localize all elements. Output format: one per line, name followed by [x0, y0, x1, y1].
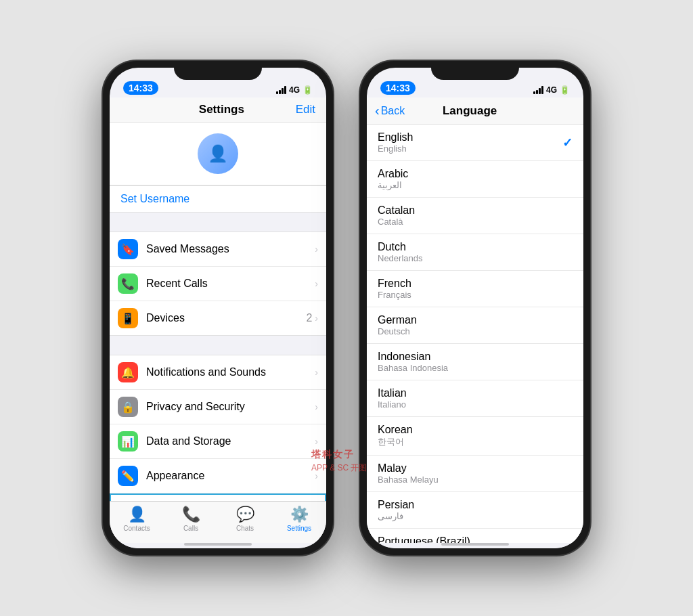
back-chevron-icon: ‹	[375, 103, 380, 118]
username-section[interactable]: Set Username	[110, 185, 326, 213]
settings-nav-bar: Settings Edit	[110, 97, 326, 123]
chevron-icon: ›	[315, 401, 318, 412]
recent-calls-label: Recent Calls	[146, 278, 315, 290]
lang-item-dutch[interactable]: Dutch Nederlands	[367, 234, 583, 271]
lang-native-german: Deutsch	[378, 326, 573, 336]
chevron-icon: ›	[315, 278, 318, 289]
edit-button[interactable]: Edit	[296, 103, 315, 116]
battery-icon: 🔋	[303, 85, 313, 95]
lang-item-persian[interactable]: Persian فارسی	[367, 492, 583, 529]
lang-name-indonesian: Indonesian	[378, 351, 573, 363]
signal-icon	[276, 86, 286, 94]
tab-chats[interactable]: 💬 Chats	[218, 506, 272, 532]
tab-calls[interactable]: 📞 Calls	[164, 506, 218, 532]
tab-settings[interactable]: ⚙️ Settings	[272, 506, 326, 532]
privacy-icon: 🔒	[118, 397, 138, 417]
calls-icon: 📞	[182, 506, 200, 523]
notifications-label: Notifications and Sounds	[146, 366, 315, 378]
language-nav-bar: ‹ Back Language	[367, 97, 583, 125]
lang-native-dutch: Nederlands	[378, 253, 573, 263]
set-username-link[interactable]: Set Username	[120, 193, 189, 204]
appearance-label: Appearance	[146, 470, 315, 482]
lang-item-english[interactable]: English English ✓	[367, 125, 583, 161]
data-label: Data and Storage	[146, 435, 315, 447]
chevron-icon: ›	[315, 436, 318, 447]
settings-scroll: 👤 Set Username 🔖 Saved Messages › 📞	[110, 123, 326, 501]
status-time: 14:33	[123, 81, 158, 95]
lang-item-arabic[interactable]: Arabic العربية	[367, 161, 583, 198]
tab-bar: 👤 Contacts 📞 Calls 💬 Chats ⚙️ Settings	[110, 501, 326, 543]
data-item[interactable]: 📊 Data and Storage ›	[110, 424, 326, 459]
network-label: 4G	[289, 85, 300, 95]
lang-item-german[interactable]: German Deutsch	[367, 307, 583, 344]
appearance-item[interactable]: ✏️ Appearance ›	[110, 459, 326, 493]
privacy-item[interactable]: 🔒 Privacy and Security ›	[110, 390, 326, 424]
network-label-2: 4G	[546, 85, 557, 95]
calls-label: Calls	[183, 525, 198, 532]
tab-contacts[interactable]: 👤 Contacts	[110, 506, 164, 532]
devices-value: 2	[306, 312, 312, 324]
contacts-label: Contacts	[123, 525, 150, 532]
lang-check-english: ✓	[562, 135, 573, 150]
settings-title: Settings	[199, 103, 244, 116]
saved-messages-item[interactable]: 🔖 Saved Messages ›	[110, 232, 326, 267]
home-indicator-2	[367, 543, 583, 548]
lang-name-italian: Italian	[378, 387, 573, 399]
lang-native-korean: 한국어	[378, 436, 573, 448]
phone-language: 14:33 4G 🔋 ‹ Back Language	[360, 61, 590, 555]
notifications-item[interactable]: 🔔 Notifications and Sounds ›	[110, 355, 326, 390]
signal-icon-2	[533, 86, 543, 94]
notch	[174, 61, 262, 80]
chats-label: Chats	[236, 525, 254, 532]
lang-native-english: English	[378, 144, 573, 154]
status-icons-2: 4G 🔋	[533, 85, 570, 95]
language-list: English English ✓ Arabic العربية Catalan…	[367, 125, 583, 543]
lang-item-italian[interactable]: Italian Italiano	[367, 380, 583, 417]
lang-name-catalan: Catalan	[378, 204, 573, 217]
chevron-icon: ›	[315, 470, 318, 481]
devices-icon: 📱	[118, 308, 138, 328]
back-label: Back	[381, 105, 405, 117]
lang-name-french: French	[378, 278, 573, 290]
lang-native-italian: Italiano	[378, 399, 573, 410]
lang-native-indonesian: Bahasa Indonesia	[378, 363, 573, 373]
lang-item-catalan[interactable]: Catalan Català	[367, 198, 583, 234]
chevron-icon: ›	[315, 313, 318, 324]
lang-name-dutch: Dutch	[378, 241, 573, 253]
lang-name-malay: Malay	[378, 462, 573, 475]
status-icons: 4G 🔋	[276, 85, 313, 95]
lang-name-arabic: Arabic	[378, 168, 573, 180]
lang-item-portuguese-brazil[interactable]: Portuguese (Brazil) Português (Brasil)	[367, 529, 583, 543]
appearance-icon: ✏️	[118, 466, 138, 486]
privacy-label: Privacy and Security	[146, 401, 315, 413]
lang-native-catalan: Català	[378, 217, 573, 227]
chats-icon: 💬	[236, 506, 254, 523]
language-item[interactable]: 🌐 Language English ›	[110, 493, 326, 501]
lang-item-french[interactable]: French Français	[367, 271, 583, 307]
saved-messages-label: Saved Messages	[146, 243, 315, 255]
lang-native-persian: فارسی	[378, 511, 573, 521]
lang-name-korean: Korean	[378, 424, 573, 436]
settings-label: Settings	[287, 525, 311, 532]
data-icon: 📊	[118, 431, 138, 452]
battery-icon-2: 🔋	[560, 85, 570, 95]
lang-item-malay[interactable]: Malay Bahasa Melayu	[367, 456, 583, 492]
chevron-icon: ›	[315, 244, 318, 255]
devices-label: Devices	[146, 312, 306, 324]
contacts-icon: 👤	[128, 506, 146, 523]
lang-item-indonesian[interactable]: Indonesian Bahasa Indonesia	[367, 344, 583, 380]
devices-item[interactable]: 📱 Devices 2 ›	[110, 301, 326, 335]
language-screen-title: Language	[405, 104, 535, 118]
recent-calls-icon: 📞	[118, 273, 138, 294]
lang-name-german: German	[378, 314, 573, 326]
recent-calls-item[interactable]: 📞 Recent Calls ›	[110, 267, 326, 301]
lang-native-french: Français	[378, 290, 573, 300]
home-bar	[184, 543, 252, 546]
lang-item-korean[interactable]: Korean 한국어	[367, 417, 583, 456]
chevron-icon: ›	[315, 367, 318, 378]
status-time-2: 14:33	[380, 81, 416, 95]
settings-group-1: 🔖 Saved Messages › 📞 Recent Calls › 📱 De…	[110, 232, 326, 336]
lang-native-arabic: العربية	[378, 180, 573, 190]
phone-settings: 14:33 4G 🔋 Settings Edit	[103, 61, 333, 555]
back-button[interactable]: ‹ Back	[375, 103, 405, 118]
